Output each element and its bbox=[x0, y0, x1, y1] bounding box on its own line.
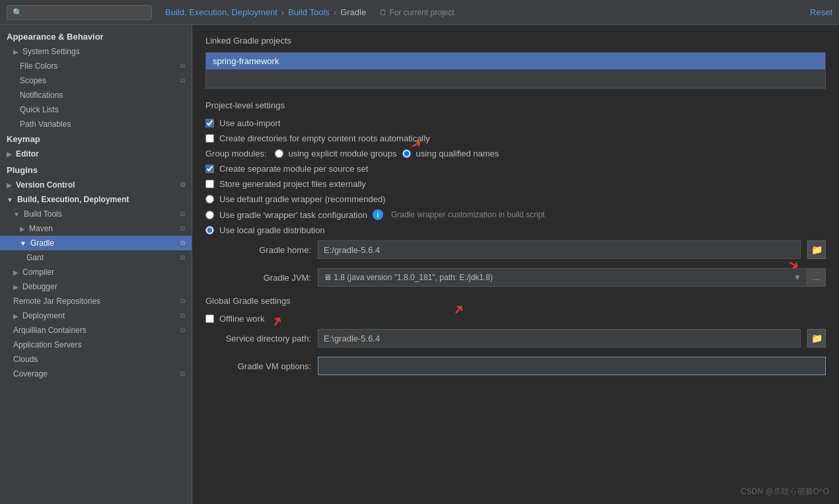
gradle-home-row: Gradle home: E:/gradle-5.6.4 📁 bbox=[205, 240, 826, 259]
sidebar-section-plugins[interactable]: Plugins bbox=[0, 161, 192, 178]
radio-wrapper-task[interactable] bbox=[205, 211, 214, 219]
checkbox-create-dirs[interactable] bbox=[205, 134, 214, 143]
radio-explicit-module-groups[interactable] bbox=[275, 149, 283, 158]
gradle-jvm-row: Gradle JVM: 🖥 1.8 (java version "1.8.0_1… bbox=[205, 268, 826, 287]
arrow-compiler: ▶ bbox=[13, 269, 18, 276]
label-create-dirs[interactable]: Create directories for empty content roo… bbox=[219, 133, 430, 143]
ellipsis-label: ... bbox=[813, 273, 819, 282]
sidebar-item-path-variables[interactable]: Path Variables bbox=[0, 117, 192, 131]
sidebar-item-notifications[interactable]: Notifications bbox=[0, 88, 192, 102]
breadcrumb-bar: Build, Execution, Deployment › Build Too… bbox=[152, 7, 810, 17]
service-directory-value[interactable]: E:\gradle-5.6.4 bbox=[318, 329, 801, 347]
sidebar-item-file-colors[interactable]: File Colors ⧉ bbox=[0, 59, 192, 73]
search-box[interactable]: 🔍 bbox=[7, 5, 152, 20]
option-create-separate-module: Create separate module per source set bbox=[205, 164, 826, 174]
label-create-separate-module[interactable]: Create separate module per source set bbox=[219, 164, 368, 174]
sidebar-item-debugger[interactable]: ▶Debugger bbox=[0, 279, 192, 294]
sidebar-item-remote-jar[interactable]: Remote Jar Repositories ⧉ bbox=[0, 294, 192, 308]
option-offline-work: Offline work bbox=[205, 314, 826, 324]
option-store-generated: Store generated project files externally bbox=[205, 179, 826, 189]
checkbox-auto-import[interactable] bbox=[205, 119, 214, 127]
label-qualified-names[interactable]: using qualified names bbox=[416, 149, 499, 159]
reset-button[interactable]: Reset bbox=[810, 7, 832, 17]
sidebar-item-quick-lists[interactable]: Quick Lists bbox=[0, 102, 192, 117]
breadcrumb-sep-2: › bbox=[334, 7, 336, 17]
linked-project-item[interactable]: spring-framework bbox=[206, 53, 825, 69]
sidebar-item-coverage[interactable]: Coverage ⧉ bbox=[0, 367, 192, 381]
breadcrumb-1[interactable]: Build, Execution, Deployment bbox=[165, 7, 277, 17]
label-offline-work[interactable]: Offline work bbox=[219, 314, 264, 324]
sidebar-item-arquillian[interactable]: Arquillian Containers ⧉ bbox=[0, 323, 192, 338]
sidebar-item-clouds[interactable]: Clouds bbox=[0, 352, 192, 367]
gradle-home-label: Gradle home: bbox=[205, 245, 311, 255]
sidebar-item-deployment[interactable]: ▶Deployment ⧉ bbox=[0, 308, 192, 323]
folder-icon-service-dir: 📁 bbox=[811, 333, 822, 343]
option-use-default-wrapper: Use default gradle wrapper (recommended) bbox=[205, 194, 826, 204]
arrow-build: ▼ bbox=[7, 196, 13, 203]
copy-icon-deployment: ⧉ bbox=[180, 312, 185, 320]
sidebar-item-gant[interactable]: Gant ⧉ bbox=[0, 250, 192, 265]
sidebar-section-editor[interactable]: ▶Editor bbox=[0, 147, 192, 161]
copy-icon-file-colors: ⧉ bbox=[180, 62, 185, 70]
arrow-build-tools: ▼ bbox=[13, 211, 20, 218]
radio-local-gradle[interactable] bbox=[205, 226, 214, 234]
breadcrumb-sep-1: › bbox=[281, 7, 284, 17]
arrow-system-settings: ▶ bbox=[13, 48, 18, 55]
sidebar-section-appearance[interactable]: Appearance & Behavior bbox=[0, 28, 192, 44]
copy-icon-gradle: ⧉ bbox=[180, 239, 185, 247]
option-use-wrapper-task: Use gradle 'wrapper' task configuration … bbox=[205, 209, 826, 220]
linked-projects-title: Linked Gradle projects bbox=[205, 36, 826, 46]
jvm-select-row: 🖥 1.8 (java version "1.8.0_181", path: E… bbox=[318, 268, 826, 287]
service-directory-row: Service directory path: E:\gradle-5.6.4 … bbox=[205, 329, 826, 347]
jvm-dropdown-arrow-icon: ▼ bbox=[793, 273, 801, 282]
group-modules-label: Group modules: bbox=[205, 149, 267, 159]
gradle-home-value[interactable]: E:/gradle-5.6.4 bbox=[318, 240, 801, 259]
checkbox-create-separate-module[interactable] bbox=[205, 164, 214, 173]
info-icon-wrapper[interactable]: i bbox=[373, 209, 383, 220]
label-auto-import[interactable]: Use auto-import bbox=[219, 118, 280, 128]
checkbox-store-generated[interactable] bbox=[205, 180, 214, 188]
sidebar-item-system-settings[interactable]: ▶System Settings bbox=[0, 44, 192, 59]
radio-qualified-names[interactable] bbox=[402, 149, 411, 158]
gradle-vm-label: Gradle VM options: bbox=[205, 361, 311, 371]
top-bar: 🔍 Build, Execution, Deployment › Build T… bbox=[0, 0, 839, 25]
gradle-jvm-value: 🖥 1.8 (java version "1.8.0_181", path: E… bbox=[324, 273, 493, 282]
label-store-generated[interactable]: Store generated project files externally bbox=[219, 179, 366, 189]
radio-default-wrapper[interactable] bbox=[205, 195, 214, 203]
service-directory-browse-button[interactable]: 📁 bbox=[807, 329, 826, 347]
search-icon: 🔍 bbox=[13, 8, 22, 17]
breadcrumb-2[interactable]: Build Tools bbox=[288, 7, 330, 17]
gradle-vm-row: Gradle VM options: bbox=[205, 357, 826, 375]
copy-icon-scopes: ⧉ bbox=[180, 77, 185, 85]
sidebar-item-maven[interactable]: ▶Maven ⧉ bbox=[0, 221, 192, 236]
option-use-local-gradle: Use local gradle distribution bbox=[205, 225, 826, 235]
label-local-gradle[interactable]: Use local gradle distribution bbox=[219, 225, 325, 235]
for-current-project: For current project bbox=[379, 8, 454, 17]
sidebar-section-build[interactable]: ▼Build, Execution, Deployment bbox=[0, 192, 192, 207]
folder-icon-gradle-home: 📁 bbox=[811, 244, 822, 255]
sidebar: Appearance & Behavior ▶System Settings F… bbox=[0, 25, 192, 504]
gradle-vm-input[interactable] bbox=[318, 357, 826, 375]
arrow-debugger: ▶ bbox=[13, 283, 18, 291]
copy-icon-coverage: ⧉ bbox=[180, 370, 185, 378]
option-use-auto-import: Use auto-import bbox=[205, 118, 826, 128]
gradle-jvm-select[interactable]: 🖥 1.8 (java version "1.8.0_181", path: E… bbox=[318, 268, 807, 287]
copy-icon-maven: ⧉ bbox=[180, 225, 185, 233]
label-default-wrapper[interactable]: Use default gradle wrapper (recommended) bbox=[219, 194, 385, 204]
sidebar-item-gradle[interactable]: ▼Gradle ⧉ bbox=[0, 236, 192, 250]
checkbox-offline-work[interactable] bbox=[205, 314, 214, 323]
sidebar-item-app-servers[interactable]: Application Servers bbox=[0, 338, 192, 352]
breadcrumb-3: Gradle bbox=[340, 7, 366, 17]
label-explicit-module-groups[interactable]: using explicit module groups bbox=[289, 149, 397, 159]
sidebar-section-version-control[interactable]: ▶Version Control ⧉ bbox=[0, 178, 192, 192]
content-panel: Linked Gradle projects spring-framework … bbox=[192, 25, 839, 395]
sidebar-item-compiler[interactable]: ▶Compiler bbox=[0, 265, 192, 279]
gradle-home-browse-button[interactable]: 📁 bbox=[807, 240, 826, 259]
arrow-vc: ▶ bbox=[7, 182, 12, 189]
label-wrapper-task[interactable]: Use gradle 'wrapper' task configuration bbox=[219, 210, 367, 220]
gradle-jvm-ellipsis-button[interactable]: ... bbox=[807, 268, 826, 287]
service-directory-label: Service directory path: bbox=[205, 334, 311, 343]
sidebar-item-build-tools[interactable]: ▼Build Tools ⧉ bbox=[0, 207, 192, 221]
sidebar-item-scopes[interactable]: Scopes ⧉ bbox=[0, 73, 192, 88]
sidebar-section-keymap[interactable]: Keymap bbox=[0, 131, 192, 147]
